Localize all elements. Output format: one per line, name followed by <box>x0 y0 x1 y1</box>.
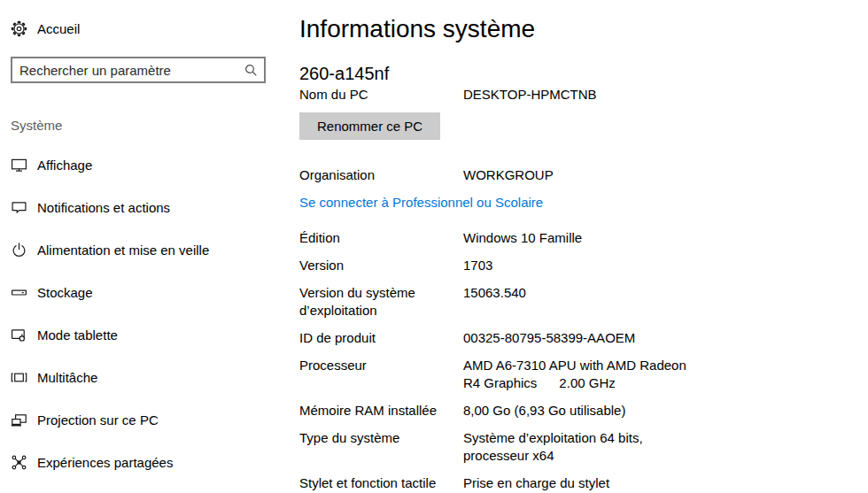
info-value: 15063.540 <box>463 284 686 320</box>
nav-label: Alimentation et mise en veille <box>37 243 209 258</box>
nav-label: Expériences partagées <box>37 455 173 470</box>
info-value: 8,00 Go (6,93 Go utilisable) <box>463 402 686 420</box>
search-input[interactable] <box>12 63 237 78</box>
info-row-os-version: Version du système d’exploitation 15063.… <box>299 284 849 320</box>
rename-pc-button[interactable]: Renommer ce PC <box>299 112 440 140</box>
nav-label: Mode tablette <box>37 327 118 343</box>
sidebar-item-stockage[interactable]: Stockage <box>0 271 282 313</box>
info-row-version: Version 1703 <box>299 257 849 274</box>
sidebar-item-multitache[interactable]: Multitâche <box>0 356 282 398</box>
notifications-icon <box>11 199 27 216</box>
home-label: Accueil <box>37 21 80 36</box>
info-row-processor: Processeur AMD A6-7310 APU with AMD Rade… <box>299 357 849 392</box>
info-label: Édition <box>299 229 463 247</box>
info-value: 00325-80795-58399-AAOEM <box>463 329 686 347</box>
info-label: Type du système <box>299 429 463 465</box>
info-row-system-type: Type du système Système d’exploitation 6… <box>299 429 849 465</box>
info-value: WORKGROUP <box>463 166 686 184</box>
sidebar-item-notifications[interactable]: Notifications et actions <box>0 186 282 228</box>
display-icon <box>11 157 27 173</box>
info-label: Organisation <box>299 166 463 184</box>
info-row-pc-name: Nom du PC DESKTOP-HPMCTNB <box>299 86 849 104</box>
info-label: Version <box>299 257 463 274</box>
connect-work-school-link[interactable]: Se connecter à Professionnel ou Scolaire <box>299 194 543 212</box>
info-value: Windows 10 Famille <box>463 229 686 247</box>
info-label: ID de produit <box>299 329 463 347</box>
magnifier-icon[interactable] <box>237 64 264 77</box>
settings-window: Accueil Système A <box>0 0 868 493</box>
storage-icon <box>11 284 27 301</box>
nav-label: Notifications et actions <box>37 200 170 215</box>
info-value: DESKTOP-HPMCTNB <box>463 86 686 104</box>
search-box <box>11 57 266 83</box>
sidebar-item-home[interactable]: Accueil <box>11 18 80 39</box>
info-label: Stylet et fonction tactile <box>299 474 463 492</box>
nav-label: Stockage <box>37 285 93 300</box>
info-row-pen-touch: Stylet et fonction tactile Prise en char… <box>299 474 849 492</box>
info-value: AMD A6-7310 APU with AMD Radeon R4 Graph… <box>463 357 686 392</box>
nav-label: Multitâche <box>37 370 97 385</box>
info-label: Mémoire RAM installée <box>299 402 463 420</box>
device-model: 260-a145nf <box>299 63 849 85</box>
tablet-icon <box>11 327 27 343</box>
info-value: Prise en charge du stylet <box>463 474 686 492</box>
multitask-icon <box>11 369 27 386</box>
sidebar-item-experiences-partagees[interactable]: Expériences partagées <box>0 441 282 483</box>
info-row-organisation: Organisation WORKGROUP <box>299 166 849 184</box>
info-row-ram: Mémoire RAM installée 8,00 Go (6,93 Go u… <box>299 402 849 420</box>
info-value: 1703 <box>463 257 686 274</box>
info-row-product-id: ID de produit 00325-80795-58399-AAOEM <box>299 329 849 347</box>
info-label: Nom du PC <box>299 86 463 104</box>
nav-label: Projection sur ce PC <box>37 412 159 428</box>
sidebar-item-projection[interactable]: Projection sur ce PC <box>0 398 282 441</box>
project-icon <box>11 412 27 428</box>
main-content: Informations système 260-a145nf Nom du P… <box>299 0 849 492</box>
page-title: Informations système <box>299 13 849 45</box>
sidebar-item-mode-tablette[interactable]: Mode tablette <box>0 313 282 356</box>
sidebar-nav: Affichage Notifications et actions <box>0 143 282 483</box>
info-value: Système d’exploitation 64 bits, processe… <box>463 429 686 465</box>
shared-experiences-icon <box>11 454 27 471</box>
sidebar-section-label: Système <box>11 118 62 133</box>
sidebar-item-alimentation[interactable]: Alimentation et mise en veille <box>0 228 282 271</box>
gear-icon <box>11 20 27 37</box>
info-row-edition: Édition Windows 10 Famille <box>299 229 849 247</box>
sidebar: Accueil Système A <box>0 0 282 493</box>
power-icon <box>11 242 27 258</box>
info-label: Processeur <box>299 357 463 392</box>
info-label: Version du système d’exploitation <box>299 284 463 320</box>
sidebar-item-affichage[interactable]: Affichage <box>0 143 282 186</box>
nav-label: Affichage <box>37 158 92 173</box>
